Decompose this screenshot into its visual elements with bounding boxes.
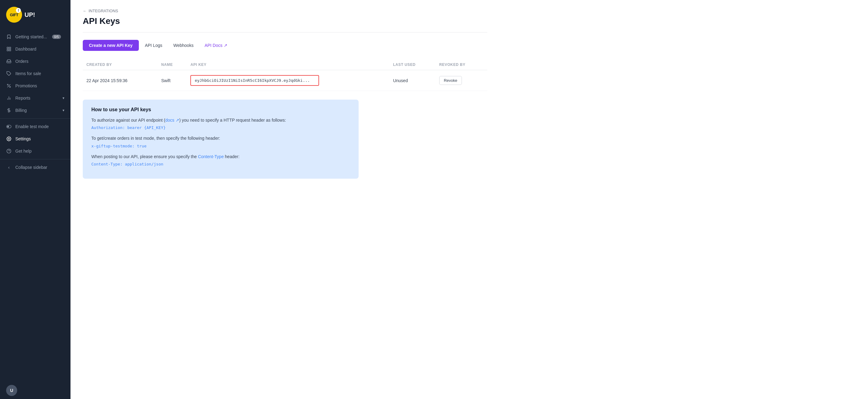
col-header-last-used: LAST USED xyxy=(389,59,436,70)
api-info-box: How to use your API keys To authorize ag… xyxy=(83,100,359,179)
main-content: ← INTEGRATIONS API Keys Create a new API… xyxy=(70,0,868,399)
logo-text: GIFT xyxy=(10,12,19,17)
breadcrumb-parent: INTEGRATIONS xyxy=(89,8,118,13)
gear-icon xyxy=(6,136,12,142)
user-avatar-area[interactable]: U xyxy=(0,382,70,399)
code-block-3: Content-Type: application/json xyxy=(91,162,350,166)
sidebar-item-label: Settings xyxy=(15,136,31,141)
collapse-icon: ‹ xyxy=(6,164,12,170)
col-header-created-by: CREATED BY xyxy=(83,59,158,70)
sidebar-item-label: Promotions xyxy=(15,83,37,88)
page-title: API Keys xyxy=(83,16,487,26)
inbox-icon xyxy=(6,59,12,64)
sidebar-nav: Getting started... 0/5 Dashboard Orders … xyxy=(0,28,70,382)
sidebar-item-settings[interactable]: Settings xyxy=(0,133,70,145)
docs-link[interactable]: docs ↗ xyxy=(165,118,179,123)
logo-exclaim: ! xyxy=(16,8,21,13)
breadcrumb: ← INTEGRATIONS xyxy=(83,8,487,13)
info-paragraph-3: When posting to our API, please ensure y… xyxy=(91,153,350,160)
cell-last-used: Unused xyxy=(389,70,436,91)
percent-icon xyxy=(6,83,12,89)
dollar-icon xyxy=(6,108,12,113)
collapse-label: Collapse sidebar xyxy=(15,165,47,170)
sidebar-item-label: Orders xyxy=(15,59,29,64)
code-block-2: x-giftup-testmode: true xyxy=(91,144,350,148)
code-block-1: Authorization: bearer {API_KEY} xyxy=(91,125,350,130)
content-type-link[interactable]: Content-Type xyxy=(198,154,224,159)
svg-line-5 xyxy=(7,84,10,87)
sidebar-item-billing[interactable]: Billing ▾ xyxy=(0,104,70,117)
info-paragraph-1: To authorize against our API endpoint (d… xyxy=(91,117,350,123)
svg-rect-3 xyxy=(7,49,8,51)
collapse-sidebar-button[interactable]: ‹ Collapse sidebar xyxy=(0,161,70,174)
tag-icon xyxy=(6,71,12,76)
tab-create-api-key[interactable]: Create a new API Key xyxy=(83,40,139,51)
svg-rect-0 xyxy=(7,47,8,49)
tab-bar: Create a new API Key API Logs Webhooks A… xyxy=(83,40,487,51)
api-keys-table: CREATED BY NAME API KEY LAST USED REVOKE… xyxy=(83,59,487,91)
logo-area: GIFT ! UP! xyxy=(0,0,70,28)
cell-name: Swift xyxy=(158,70,187,91)
revoke-button[interactable]: Revoke xyxy=(439,76,462,85)
sidebar-item-get-help[interactable]: Get help xyxy=(0,145,70,157)
sidebar-item-reports[interactable]: Reports ▾ xyxy=(0,92,70,104)
cell-created-by: 22 Apr 2024 15:59:36 xyxy=(83,70,158,91)
sidebar-item-label: Getting started... xyxy=(15,34,47,39)
bar-chart-icon xyxy=(6,95,12,101)
sidebar-item-dashboard[interactable]: Dashboard xyxy=(0,43,70,55)
sidebar-item-getting-started[interactable]: Getting started... 0/5 xyxy=(0,31,70,43)
info-box-title: How to use your API keys xyxy=(91,107,350,113)
table-row: 22 Apr 2024 15:59:36 Swift eyJhbGciOiJIU… xyxy=(83,70,487,91)
svg-rect-2 xyxy=(9,49,11,51)
sidebar-item-enable-test-mode[interactable]: Enable test mode xyxy=(0,120,70,133)
sidebar-item-label: Billing xyxy=(15,108,27,113)
chevron-down-icon: ▾ xyxy=(63,108,64,113)
info-text-before: To authorize against our API endpoint ( xyxy=(91,118,165,123)
sidebar: GIFT ! UP! Getting started... 0/5 Dashbo… xyxy=(0,0,70,399)
svg-rect-1 xyxy=(9,47,11,49)
sidebar-item-label: Items for sale xyxy=(15,71,41,76)
cell-revoked-by: Revoke xyxy=(436,70,487,91)
sidebar-item-promotions[interactable]: Promotions xyxy=(0,80,70,92)
cell-api-key: eyJhbGciOiJIUzI1NiIsInR5cCI6IkpXVCJ9.eyJ… xyxy=(187,70,389,91)
col-header-revoked-by: REVOKED BY xyxy=(436,59,487,70)
tab-api-logs[interactable]: API Logs xyxy=(140,40,167,51)
bookmark-icon xyxy=(6,34,12,39)
tab-api-docs[interactable]: API Docs ↗ xyxy=(199,40,232,51)
api-key-value[interactable]: eyJhbGciOiJIUzI1NiIsInR5cCI6IkpXVCJ9.eyJ… xyxy=(190,75,319,86)
sidebar-item-orders[interactable]: Orders xyxy=(0,55,70,67)
col-header-api-key: API KEY xyxy=(187,59,389,70)
grid-icon xyxy=(6,46,12,52)
sidebar-item-label: Reports xyxy=(15,96,30,100)
sidebar-item-items-for-sale[interactable]: Items for sale xyxy=(0,67,70,80)
brand-name: UP! xyxy=(25,11,35,19)
sidebar-item-label: Get help xyxy=(15,149,32,154)
help-circle-icon xyxy=(6,148,12,154)
info-text-after: ) you need to specify a HTTP request hea… xyxy=(179,118,286,123)
svg-point-6 xyxy=(7,84,8,85)
page-divider xyxy=(83,32,487,32)
info-text-after-3: header: xyxy=(224,154,239,159)
svg-point-13 xyxy=(7,126,8,127)
logo-icon: GIFT ! xyxy=(6,7,22,23)
sidebar-item-label: Dashboard xyxy=(15,47,36,52)
avatar: U xyxy=(6,385,17,396)
info-paragraph-2: To get/create orders in test mode, then … xyxy=(91,135,350,142)
svg-point-7 xyxy=(9,86,10,87)
tab-webhooks[interactable]: Webhooks xyxy=(168,40,198,51)
progress-badge: 0/5 xyxy=(52,35,61,39)
info-text-before-3: When posting to our API, please ensure y… xyxy=(91,154,198,159)
breadcrumb-arrow: ← xyxy=(83,8,87,13)
sidebar-item-label: Enable test mode xyxy=(15,124,49,129)
toggle-icon xyxy=(6,124,12,129)
chevron-down-icon: ▾ xyxy=(63,96,64,100)
svg-point-14 xyxy=(8,138,9,140)
col-header-name: NAME xyxy=(158,59,187,70)
